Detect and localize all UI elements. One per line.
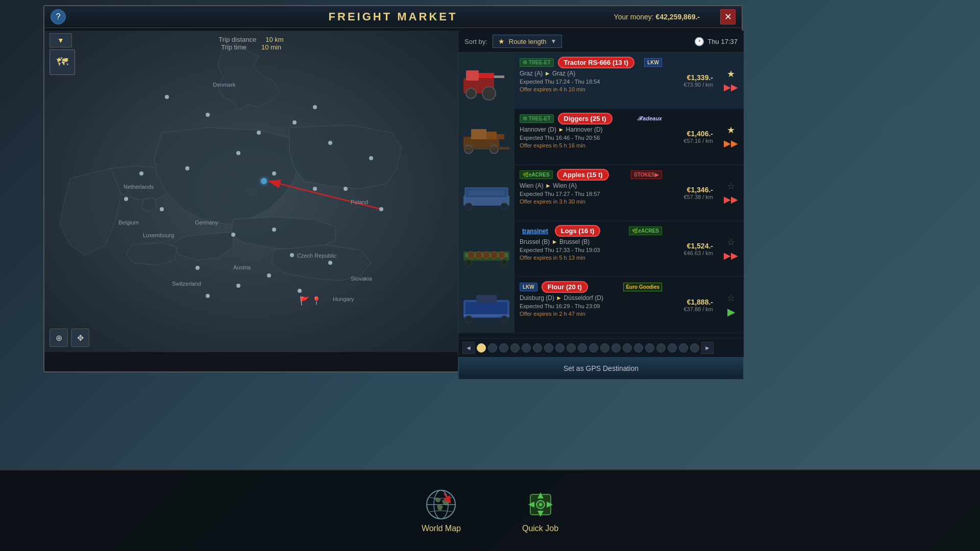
close-button[interactable]: ✕ <box>720 9 736 24</box>
svg-point-5 <box>482 87 496 100</box>
freight-header-5: LKW Flour (20 t) Euro Goodies <box>520 281 662 293</box>
map-area[interactable]: Denmark Netherlands Belgium Luxembourg G… <box>44 31 458 352</box>
quick-action-4[interactable]: ▶▶ <box>724 250 738 261</box>
page-dot-7[interactable] <box>555 343 565 353</box>
page-dot-14[interactable] <box>634 343 643 353</box>
freight-price-5: €1,888.- €37.88 / km <box>667 277 718 333</box>
page-dot-6[interactable] <box>544 343 553 353</box>
map-dot <box>298 289 302 293</box>
money-value: €42,259,869.- <box>656 13 700 21</box>
page-dot-3[interactable] <box>510 343 520 353</box>
map-dot <box>257 131 261 135</box>
freight-expires-3: Offer expires in 3 h 30 min <box>520 198 662 205</box>
page-dot-5[interactable] <box>533 343 542 353</box>
page-dot-9[interactable] <box>578 343 587 353</box>
star-button-2[interactable]: ★ <box>727 124 735 136</box>
freight-item-2[interactable]: ⚙ TREE-ET Diggers (25 t) 𝒯radeaux Hannov… <box>458 109 744 165</box>
page-dot-13[interactable] <box>623 343 632 353</box>
map-dropdown-button[interactable]: ▼ <box>50 33 72 47</box>
freight-item-4[interactable]: transinet Logs (16 t) 🌿eACRES Brussel (B… <box>458 221 744 277</box>
freight-actions-4: ☆ ▶▶ <box>718 221 744 277</box>
freight-thumb-4 <box>458 221 514 277</box>
quick-job-icon <box>524 488 557 521</box>
trip-info: Trip distance 10 km Trip time 10 min <box>218 36 283 51</box>
sort-star-icon: ★ <box>498 37 505 45</box>
freight-time-4: Expected Thu 17:33 - Thu 19:03 <box>520 247 662 253</box>
freight-time-5: Expected Thu 16:29 - Thu 23:09 <box>520 303 662 309</box>
money-label: Your money: <box>614 13 654 21</box>
freight-time-3: Expected Thu 17:27 - Thu 18:57 <box>520 191 662 197</box>
svg-rect-10 <box>486 132 497 139</box>
quick-action-3[interactable]: ▶▶ <box>724 194 738 205</box>
svg-point-27 <box>465 260 472 266</box>
play-action-5[interactable]: ▶ <box>727 306 735 318</box>
star-button-4[interactable]: ☆ <box>727 237 735 248</box>
page-dot-12[interactable] <box>611 343 621 353</box>
map-dot <box>290 253 294 257</box>
quick-action-2[interactable]: ▶▶ <box>724 138 738 149</box>
map-dot <box>165 95 169 99</box>
svg-point-23 <box>475 252 482 259</box>
map-dot <box>231 233 235 237</box>
svg-point-32 <box>465 316 472 323</box>
page-dot-18[interactable] <box>679 343 688 353</box>
quick-action-1[interactable]: ▶▶ <box>724 82 738 93</box>
svg-point-25 <box>491 252 498 259</box>
sort-dropdown[interactable]: ★ Route length ▼ <box>493 35 562 48</box>
star-button-3[interactable]: ☆ <box>727 181 735 192</box>
page-dot-2[interactable] <box>499 343 508 353</box>
freight-price-4: €1,524.- €46.63 / km <box>667 221 718 277</box>
freight-route-5: Duisburg (D) ► Düsseldorf (D) <box>520 294 662 302</box>
svg-rect-7 <box>494 76 504 78</box>
freight-details-5: LKW Flour (20 t) Euro Goodies Duisburg (… <box>514 277 667 333</box>
freight-header-4: transinet Logs (16 t) 🌿eACRES <box>520 225 662 237</box>
quick-job-label: Quick Job <box>522 524 558 533</box>
map-dot <box>206 113 210 117</box>
freight-header-2: ⚙ TREE-ET Diggers (25 t) 𝒯radeaux <box>520 113 662 124</box>
freight-actions-3: ☆ ▶▶ <box>718 165 744 220</box>
map-dot <box>313 187 317 191</box>
svg-point-24 <box>483 252 490 259</box>
freight-actions-1: ★ ▶▶ <box>718 53 744 108</box>
bottom-nav-quick-job[interactable]: Quick Job <box>507 483 574 538</box>
freight-details-2: ⚙ TREE-ET Diggers (25 t) 𝒯radeaux Hannov… <box>514 109 667 164</box>
page-dot-16[interactable] <box>656 343 666 353</box>
page-dot-15[interactable] <box>645 343 654 353</box>
page-dot-1[interactable] <box>488 343 497 353</box>
cargo-badge-3: Apples (15 t) <box>557 169 609 181</box>
freight-actions-2: ★ ▶▶ <box>718 109 744 164</box>
map-dot <box>236 284 240 288</box>
page-dot-0[interactable] <box>477 343 486 353</box>
page-dot-17[interactable] <box>668 343 677 353</box>
svg-rect-34 <box>476 295 497 303</box>
bottom-nav-world-map[interactable]: World Map <box>406 483 476 538</box>
cargo-badge-2: Diggers (25 t) <box>558 113 612 124</box>
sort-label: Sort by: <box>464 38 487 45</box>
freight-item-3[interactable]: 🌿eACRES Apples (15 t) STOKES▶ Wien (A) ►… <box>458 165 744 221</box>
page-dot-11[interactable] <box>600 343 609 353</box>
freight-thumb-3 <box>458 165 514 220</box>
page-dot-19[interactable] <box>690 343 699 353</box>
page-dot-8[interactable] <box>567 343 576 353</box>
company-logo-1: ⚙ TREE-ET <box>520 58 554 67</box>
gps-destination-button[interactable]: Set as GPS Destination <box>458 357 744 380</box>
freight-item-5[interactable]: LKW Flour (20 t) Euro Goodies Duisburg (… <box>458 277 744 333</box>
map-move-button[interactable]: ✥ <box>71 329 89 347</box>
page-dot-4[interactable] <box>522 343 531 353</box>
star-button-5[interactable]: ☆ <box>727 292 735 304</box>
company-logo-4: transinet <box>520 227 551 236</box>
next-page-button[interactable]: ► <box>701 342 714 354</box>
map-icon-button[interactable]: 🗺 <box>50 49 75 75</box>
page-dot-10[interactable] <box>589 343 598 353</box>
freight-route-2: Hannover (D) ► Hannover (D) <box>520 126 662 133</box>
freight-item-1[interactable]: ⚙ TREE-ET Tractor RS-666 (13 t) LKW Graz… <box>458 53 744 109</box>
star-button-1[interactable]: ★ <box>727 68 735 80</box>
help-button[interactable]: ? <box>51 9 66 24</box>
dest-logo-3: STOKES▶ <box>631 170 662 179</box>
cargo-badge-4: Logs (16 t) <box>555 225 601 237</box>
price-per-km-1: €73.90 / km <box>684 82 713 88</box>
map-cursor-button[interactable]: ⊕ <box>50 329 68 347</box>
dest-logo-2: 𝒯radeaux <box>637 115 662 122</box>
svg-point-18 <box>465 203 472 210</box>
prev-page-button[interactable]: ◄ <box>462 342 475 354</box>
